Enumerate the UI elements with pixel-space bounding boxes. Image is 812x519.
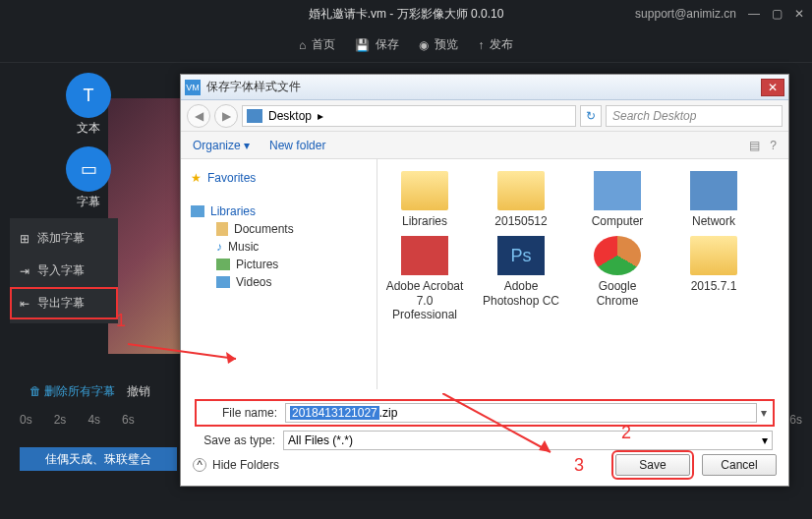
file-item[interactable]: 2015.7.1 — [674, 236, 753, 321]
support-email: support@animiz.cn — [635, 7, 736, 21]
videos-icon — [216, 276, 230, 288]
file-item[interactable]: Libraries — [385, 171, 464, 228]
plus-icon: ⊞ — [20, 232, 29, 246]
savetype-label: Save as type: — [197, 433, 275, 447]
chevron-up-icon: ^ — [193, 458, 206, 472]
timeline-end: 6s — [789, 413, 802, 427]
documents-icon — [216, 222, 228, 236]
file-grid: Libraries 20150512 Computer Network Adob… — [377, 159, 788, 389]
subtitle-clip[interactable]: 佳偶天成、珠联璧合 — [20, 447, 177, 471]
savetype-select[interactable]: All Files (*.*)▾ — [283, 431, 773, 450]
import-icon: ⇥ — [20, 264, 29, 278]
home-icon: ⌂ — [299, 38, 306, 52]
file-item[interactable]: PsAdobe Photoshop CC — [482, 236, 560, 321]
pictures-folder[interactable]: Pictures — [216, 258, 367, 271]
subtitle-tool-button[interactable]: ▭ — [66, 146, 111, 192]
view-mode-button[interactable]: ▤ — [749, 139, 760, 152]
path-breadcrumb[interactable]: Desktop ▸ — [242, 105, 576, 127]
folder-icon — [690, 236, 737, 275]
annotation-2: 2 — [621, 423, 631, 443]
hide-folders-toggle[interactable]: ^Hide Folders — [193, 458, 279, 472]
close-button[interactable]: ✕ — [794, 7, 804, 21]
save-menu[interactable]: 💾保存 — [355, 36, 399, 53]
subtitle-tool-label: 字幕 — [0, 194, 177, 210]
text-tool-label: 文本 — [0, 120, 177, 137]
filename-label: File name: — [199, 406, 277, 420]
nav-back-button[interactable]: ◀ — [187, 104, 210, 128]
libraries-large-icon — [401, 171, 448, 210]
help-button[interactable]: ? — [770, 139, 777, 152]
save-dialog: VM 保存字体样式文件 ✕ ◀ ▶ Desktop ▸ ↻ Search Des… — [180, 74, 789, 487]
new-folder-button[interactable]: New folder — [269, 139, 325, 152]
maximize-button[interactable]: ▢ — [772, 7, 783, 21]
publish-icon: ↑ — [478, 38, 484, 52]
acrobat-icon — [401, 236, 448, 275]
filename-input[interactable]: 2018413121027.zip — [285, 403, 757, 423]
chrome-icon — [594, 236, 641, 275]
text-tool-button[interactable]: T — [66, 73, 111, 118]
nav-forward-button[interactable]: ▶ — [214, 104, 238, 128]
libraries-icon — [191, 205, 204, 217]
file-item[interactable]: 20150512 — [482, 171, 560, 228]
file-item[interactable]: Network — [674, 171, 753, 228]
music-folder[interactable]: ♪Music — [216, 240, 367, 254]
refresh-button[interactable]: ↻ — [580, 105, 602, 127]
libraries-section[interactable]: Libraries — [191, 204, 367, 218]
chevron-down-icon: ▾ — [762, 433, 768, 447]
preview-icon: ◉ — [419, 38, 429, 52]
timeline-ruler: 0s 2s 4s 6s — [20, 413, 135, 427]
import-subtitle-item[interactable]: ⇥导入字幕 — [10, 255, 118, 287]
delete-all-subtitles[interactable]: 🗑 删除所有字幕 — [29, 383, 115, 400]
desktop-icon — [247, 109, 262, 123]
music-icon: ♪ — [216, 240, 222, 254]
dropdown-icon[interactable]: ▾ — [757, 406, 771, 420]
dialog-close-button[interactable]: ✕ — [761, 79, 784, 96]
photoshop-icon: Ps — [497, 236, 545, 275]
minimize-button[interactable]: — — [748, 7, 760, 21]
documents-folder[interactable]: Documents — [216, 222, 367, 236]
file-item[interactable]: Adobe Acrobat 7.0 Professional — [385, 236, 464, 321]
file-item[interactable]: Computer — [578, 171, 657, 228]
folder-tree: ★Favorites Libraries Documents ♪Music Pi… — [181, 159, 377, 389]
filename-row: File name: 2018413121027.zip ▾ — [197, 401, 773, 425]
export-subtitle-item[interactable]: ⇤导出字幕 — [10, 287, 118, 319]
computer-icon — [594, 171, 641, 210]
preview-menu[interactable]: ◉预览 — [419, 36, 458, 53]
dialog-title: 保存字体样式文件 — [206, 79, 761, 95]
annotation-3: 3 — [574, 455, 584, 476]
file-item[interactable]: Google Chrome — [578, 236, 657, 321]
add-subtitle-item[interactable]: ⊞添加字幕 — [10, 222, 118, 255]
favorites-section[interactable]: ★Favorites — [191, 171, 367, 185]
window-title: 婚礼邀请卡.vm - 万彩影像大师 0.0.10 — [309, 6, 504, 23]
search-input[interactable]: Search Desktop — [606, 105, 783, 127]
save-icon: 💾 — [355, 38, 370, 52]
organize-button[interactable]: Organize ▾ — [193, 139, 250, 152]
save-button[interactable]: Save — [615, 454, 690, 476]
export-icon: ⇤ — [20, 297, 29, 311]
videos-folder[interactable]: Videos — [216, 275, 367, 289]
publish-menu[interactable]: ↑发布 — [478, 36, 513, 53]
star-icon: ★ — [191, 171, 202, 185]
cancel-button[interactable]: Cancel — [702, 454, 777, 476]
folder-icon — [497, 171, 545, 210]
pictures-icon — [216, 259, 230, 270]
annotation-1: 1 — [116, 311, 126, 331]
dialog-app-icon: VM — [185, 80, 201, 95]
network-icon — [690, 171, 737, 210]
home-menu[interactable]: ⌂首页 — [299, 36, 335, 53]
undo-button[interactable]: 撤销 — [127, 383, 150, 400]
